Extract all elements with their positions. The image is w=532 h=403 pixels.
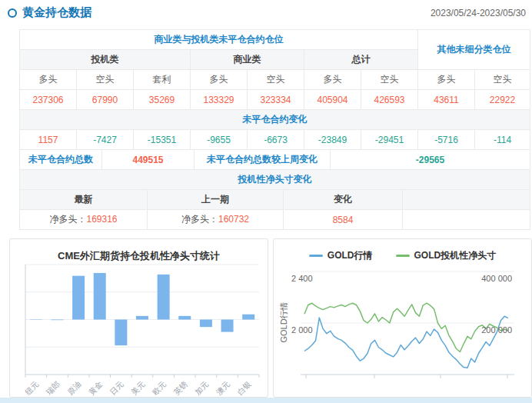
net-change-empty bbox=[403, 210, 530, 230]
bar-欧元 bbox=[158, 275, 170, 320]
series-line-0 bbox=[304, 316, 508, 368]
change-value: -29451 bbox=[361, 130, 418, 150]
net-latest-value: 169316 bbox=[86, 214, 117, 225]
line-chart-panel: GOLD行情 GOLD投机性净头寸 2 400 2 000 400 000 20… bbox=[273, 238, 532, 398]
bar-x-label: 白银 bbox=[236, 380, 253, 397]
total-value: 449515 bbox=[102, 150, 195, 170]
bar-美元 bbox=[136, 316, 148, 320]
col-header: 多头 bbox=[418, 70, 475, 90]
legend-item-gold-price[interactable]: GOLD行情 bbox=[309, 249, 373, 262]
legend-label: GOLD行情 bbox=[328, 249, 373, 262]
left-axis-tick-2400: 2 400 bbox=[291, 274, 313, 283]
page: 黄金持仓数据 2023/05/24-2023/05/30 商业类与投机类未平仓合… bbox=[0, 0, 532, 403]
change-value: -9655 bbox=[191, 130, 248, 150]
bar-chart-title: CME外汇期货持仓投机性净头寸统计 bbox=[10, 249, 268, 263]
y-axis-title: GOLD行情 bbox=[278, 301, 290, 342]
date-range: 2023/05/24-2023/05/30 bbox=[431, 8, 526, 18]
bar-加元 bbox=[200, 320, 212, 328]
total-label: 未平仓合约总数 bbox=[20, 150, 102, 170]
position-value: 35269 bbox=[134, 90, 191, 110]
table-header-other: 其他未细分类仓位 bbox=[418, 30, 530, 70]
bar-x-label: 原油 bbox=[66, 380, 83, 397]
col-header: 多头 bbox=[304, 70, 361, 90]
col-header: 空头 bbox=[77, 70, 134, 90]
change-value: -23849 bbox=[304, 130, 361, 150]
page-header: 黄金持仓数据 2023/05/24-2023/05/30 bbox=[8, 5, 526, 20]
line-chart bbox=[274, 239, 531, 397]
section-header-change: 未平仓合约变化 bbox=[20, 110, 530, 130]
section-header-net: 投机性净头寸变化 bbox=[20, 170, 530, 190]
bar-x-label: 美元 bbox=[129, 380, 146, 397]
change-value: -5716 bbox=[418, 130, 475, 150]
col-header: 套利 bbox=[134, 70, 191, 90]
right-axis-tick-400000: 400 000 bbox=[464, 274, 512, 283]
group-header-total: 总计 bbox=[304, 50, 418, 70]
change-value: -114 bbox=[475, 130, 530, 150]
position-value: 405904 bbox=[304, 90, 361, 110]
net-prev-cell: 净多头：160732 bbox=[148, 210, 284, 230]
bar-x-label: 澳元 bbox=[214, 380, 231, 397]
net-header-empty bbox=[403, 190, 530, 210]
weekly-change-label: 未平仓合约总数较上周变化 bbox=[195, 150, 331, 170]
bar-白银 bbox=[242, 315, 254, 320]
left-axis-tick-2000: 2 000 bbox=[291, 325, 313, 335]
group-header-spec: 投机类 bbox=[20, 50, 191, 70]
bar-chart-panel: 纽元瑞郎原油黄金日元美元欧元英镑加元澳元白银 CME外汇期货持仓投机性净头寸统计 bbox=[9, 238, 268, 398]
section-bullet-icon bbox=[8, 8, 17, 18]
net-position-rows: 最新 上一期 变化 净多头：169316 净多头：160732 8584 bbox=[19, 189, 530, 230]
net-latest-label: 净多头： bbox=[49, 214, 86, 225]
bar-瑞郎 bbox=[51, 320, 63, 321]
col-header: 多头 bbox=[191, 70, 248, 90]
net-header-change: 变化 bbox=[284, 190, 403, 210]
position-value: 67990 bbox=[77, 90, 134, 110]
change-value: -6673 bbox=[248, 130, 304, 150]
position-value: 323334 bbox=[248, 90, 304, 110]
net-latest-cell: 净多头：169316 bbox=[20, 210, 148, 230]
bottom-strip bbox=[0, 398, 532, 403]
change-value: 1157 bbox=[20, 130, 77, 150]
position-value: 426593 bbox=[361, 90, 418, 110]
net-prev-value: 160732 bbox=[218, 214, 249, 225]
net-header-latest: 最新 bbox=[20, 190, 148, 210]
net-prev-label: 净多头： bbox=[181, 214, 218, 225]
bar-x-label: 加元 bbox=[193, 380, 210, 397]
net-section-header: 投机性净头寸变化 bbox=[19, 169, 530, 190]
position-value: 22922 bbox=[475, 90, 530, 110]
bar-x-label: 日元 bbox=[108, 380, 125, 397]
weekly-change-value: -29565 bbox=[331, 150, 530, 170]
change-value: -15351 bbox=[134, 130, 191, 150]
position-value: 43611 bbox=[418, 90, 475, 110]
col-header: 空头 bbox=[361, 70, 418, 90]
bar-澳元 bbox=[221, 320, 234, 332]
bar-黄金 bbox=[94, 273, 106, 320]
net-change-value: 8584 bbox=[284, 210, 403, 230]
page-title: 黄金持仓数据 bbox=[22, 5, 91, 20]
position-value: 133329 bbox=[191, 90, 248, 110]
positions-grid: 商业类与投机类未平仓合约仓位 其他未细分类仓位 投机类 商业类 总计 多头 空头… bbox=[19, 29, 530, 150]
col-header: 空头 bbox=[475, 70, 530, 90]
bar-x-label: 纽元 bbox=[23, 380, 40, 397]
bar-x-label: 黄金 bbox=[87, 380, 104, 397]
position-value: 237306 bbox=[20, 90, 77, 110]
right-axis-tick-200000: 200 000 bbox=[464, 325, 512, 335]
legend-item-gold-net-position[interactable]: GOLD投机性净头寸 bbox=[396, 249, 497, 262]
legend-label: GOLD投机性净头寸 bbox=[414, 249, 497, 262]
col-header: 多头 bbox=[20, 70, 77, 90]
table-header-main: 商业类与投机类未平仓合约仓位 bbox=[20, 30, 418, 50]
totals-row: 未平仓合约总数 449515 未平仓合约总数较上周变化 -29565 bbox=[19, 149, 530, 170]
col-header: 空头 bbox=[248, 70, 304, 90]
bar-原油 bbox=[72, 276, 85, 320]
bar-x-label: 英镑 bbox=[172, 380, 189, 397]
legend-swatch-blue-icon bbox=[309, 255, 323, 257]
bar-x-label: 欧元 bbox=[151, 380, 168, 397]
bar-x-label: 瑞郎 bbox=[45, 380, 62, 397]
section-title: 黄金持仓数据 bbox=[8, 5, 91, 20]
bar-英镑 bbox=[178, 316, 191, 320]
line-chart-legend: GOLD行情 GOLD投机性净头寸 bbox=[274, 249, 531, 262]
bar-日元 bbox=[115, 320, 127, 346]
change-value: -7427 bbox=[77, 130, 134, 150]
group-header-comm: 商业类 bbox=[191, 50, 304, 70]
positions-table: 商业类与投机类未平仓合约仓位 其他未细分类仓位 投机类 商业类 总计 多头 空头… bbox=[19, 29, 530, 230]
legend-swatch-green-icon bbox=[396, 255, 410, 257]
net-header-prev: 上一期 bbox=[148, 190, 284, 210]
